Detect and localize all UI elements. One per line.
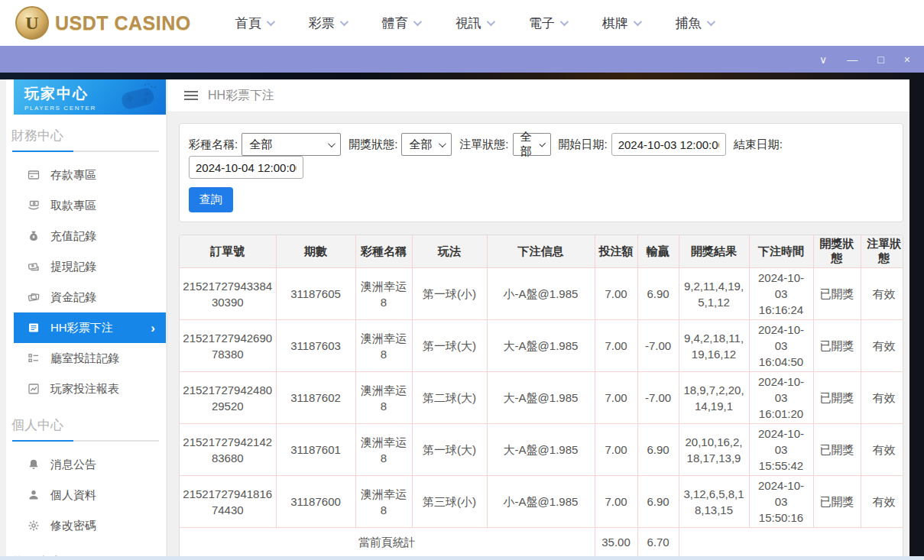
chevron-down-icon — [439, 140, 446, 147]
chevron-down-icon — [559, 18, 568, 26]
chevron-down-icon — [413, 18, 421, 26]
page-summary-row: 當前頁統計 35.00 6.70 — [180, 528, 903, 557]
menu-item-live-video[interactable]: 視訊 — [456, 15, 493, 32]
menu-item-home[interactable]: 首頁 — [235, 15, 273, 32]
table-row: 215217279418167443031187600澳洲幸运8第三球(小)小-… — [180, 476, 903, 528]
menu-item-sports[interactable]: 體育 — [382, 15, 420, 32]
filter-panel: 彩種名稱: 全部 開獎狀態: 全部 注單狀態: — [179, 123, 903, 222]
sidebar-item-announcements[interactable]: 消息公告 — [14, 449, 166, 480]
top-navbar: U USDT CASINO 首頁 彩票 體育 視訊 電子 棋牌 捕魚 — [0, 0, 924, 46]
app-background: 玩家中心 PLAYERS CENTER 財務中心 — [0, 73, 924, 560]
col-bet-amount: 投注額 — [595, 235, 637, 268]
app-window: U USDT CASINO 首頁 彩票 體育 視訊 電子 棋牌 捕魚 ∨ — □… — [0, 0, 924, 560]
draw-status-label: 開獎狀態: — [349, 138, 397, 152]
menu-item-card-games[interactable]: 棋牌 — [602, 15, 640, 32]
table-row: 215217279424802952031187602澳洲幸运8第二球(大)大-… — [180, 372, 903, 424]
col-win-loss: 輸贏 — [637, 235, 679, 268]
chevron-right-icon: › — [151, 322, 155, 335]
funds-record-icon — [28, 291, 40, 303]
bets-table: 訂單號 期數 彩種名稱 玩法 下注信息 投注額 輸贏 開獎結果 下注時間 開 — [180, 235, 903, 560]
sidebar-item-recharge-record[interactable]: 充值記錄 — [14, 221, 166, 251]
sidebar-item-hall-bet-record[interactable]: 廳室投註記錄 — [14, 343, 166, 374]
table-row: 215217279433843039031187605澳洲幸运8第一球(小)小-… — [180, 268, 903, 320]
main-menu: 首頁 彩票 體育 視訊 電子 棋牌 捕魚 — [235, 15, 713, 32]
window-minimize-icon[interactable]: — — [847, 54, 858, 65]
lottery-type-label: 彩種名稱: — [189, 138, 238, 152]
sidebar-header: 玩家中心 PLAYERS CENTER — [14, 79, 166, 115]
col-draw-status: 開獎狀態 — [813, 235, 861, 268]
end-date-label: 結束日期: — [734, 138, 783, 152]
lottery-bet-icon — [28, 322, 40, 334]
brand-logo[interactable]: U USDT CASINO — [15, 6, 191, 40]
col-draw-result: 開獎結果 — [679, 235, 749, 268]
order-status-label: 注單狀態: — [459, 138, 508, 152]
col-lottery-name: 彩種名稱 — [355, 235, 412, 268]
col-play-type: 玩法 — [412, 235, 487, 268]
brand-logo-icon: U — [15, 6, 49, 40]
menu-item-slots[interactable]: 電子 — [529, 15, 566, 32]
sidebar-section-finance: 財務中心 — [11, 127, 166, 144]
sidebar-item-funds-record[interactable]: 資金記錄 — [14, 282, 166, 312]
sidebar-item-withdraw[interactable]: 取款專區 — [14, 190, 166, 221]
lottery-type-select[interactable]: 全部 — [242, 133, 341, 156]
bets-table-panel: 訂單號 期數 彩種名稱 玩法 下注信息 投注額 輸贏 開獎結果 下注時間 開 — [179, 235, 903, 560]
col-bet-info: 下注信息 — [487, 235, 595, 268]
brand-logo-text: USDT CASINO — [55, 12, 191, 34]
window-titlebar: ∨ — □ × — [0, 46, 924, 73]
cash-out-icon — [28, 261, 40, 273]
chevron-down-icon — [706, 18, 715, 26]
section-divider — [12, 151, 159, 152]
sidebar-item-hh-lottery-bets[interactable]: HH彩票下注 › — [14, 312, 166, 343]
page-summary-label: 當前頁統計 — [180, 528, 595, 557]
sidebar-item-profile[interactable]: 個人資料 — [14, 480, 166, 510]
col-bet-time: 下注時間 — [749, 235, 813, 268]
gear-icon — [28, 520, 40, 532]
sidebar-item-deposit[interactable]: 存款專區 — [14, 160, 166, 190]
deposit-card-icon — [28, 169, 40, 181]
window-maximize-icon[interactable]: □ — [877, 54, 883, 65]
hall-record-icon — [28, 352, 40, 364]
start-date-label: 開始日期: — [559, 138, 608, 152]
sidebar-item-player-bet-report[interactable]: 玩家投注報表 — [14, 374, 166, 404]
hamburger-menu-icon[interactable] — [184, 91, 198, 92]
bell-icon — [28, 458, 40, 471]
start-date-input[interactable] — [611, 133, 726, 156]
page-header: HH彩票下注 — [167, 79, 909, 112]
withdraw-hand-icon — [28, 199, 40, 212]
col-order-status: 注單狀態 — [861, 235, 903, 268]
sidebar-item-withdrawal-record[interactable]: 提現記錄 — [14, 251, 166, 282]
chevron-down-icon — [266, 18, 274, 26]
profile-icon — [28, 489, 40, 501]
sidebar-item-change-password[interactable]: 修改密碼 — [14, 510, 166, 541]
search-button[interactable]: 查詢 — [189, 187, 233, 212]
chevron-down-icon — [540, 141, 546, 147]
chevron-down-icon — [633, 18, 641, 26]
page-summary-bet: 35.00 — [595, 528, 637, 557]
gamepad-icon — [114, 81, 161, 112]
window-close-icon[interactable]: × — [904, 54, 910, 65]
table-header-row: 訂單號 期數 彩種名稱 玩法 下注信息 投注額 輸贏 開獎結果 下注時間 開 — [180, 235, 903, 268]
col-issue: 期數 — [276, 235, 355, 268]
col-order-id: 訂單號 — [180, 235, 276, 268]
page-summary-winloss: 6.70 — [637, 528, 679, 557]
chevron-down-icon — [328, 140, 336, 147]
window-collapse-icon[interactable]: ∨ — [819, 54, 827, 65]
sidebar-section-personal: 個人中心 — [11, 416, 166, 434]
order-status-select[interactable]: 全部 — [513, 133, 551, 156]
section-divider — [12, 440, 159, 442]
end-date-input[interactable] — [189, 156, 303, 179]
draw-status-select[interactable]: 全部 — [401, 133, 452, 156]
chevron-down-icon — [339, 18, 348, 26]
window-bottom-edge — [0, 556, 924, 560]
page-title: HH彩票下注 — [208, 88, 274, 104]
table-row: 215217279421428368031187601澳洲幸运8第一球(大)大-… — [180, 424, 903, 476]
report-chart-icon — [28, 383, 40, 395]
table-row: 215217279426907838031187603澳洲幸运8第一球(大)大-… — [180, 320, 903, 372]
menu-item-lottery[interactable]: 彩票 — [309, 15, 346, 32]
chevron-down-icon — [486, 18, 494, 26]
sidebar: 玩家中心 PLAYERS CENTER 財務中心 — [6, 79, 166, 560]
menu-item-fishing[interactable]: 捕魚 — [676, 15, 713, 32]
main-area: HH彩票下注 彩種名稱: 全部 開獎狀態: 全部 — [167, 79, 909, 560]
moneybag-icon — [28, 230, 40, 242]
